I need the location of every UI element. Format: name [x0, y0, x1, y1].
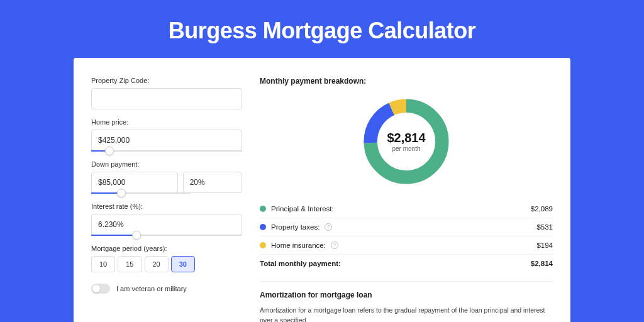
down-payment-pct-input[interactable]	[183, 172, 242, 193]
veteran-label: I am veteran or military	[116, 285, 187, 292]
legend-row-principal: Principal & Interest: $2,089	[260, 200, 553, 218]
period-field: Mortgage period (years): 10 15 20 30	[91, 245, 242, 272]
breakdown-title: Monthly payment breakdown:	[260, 77, 553, 86]
amortization-title: Amortization for mortgage loan	[260, 291, 553, 299]
down-payment-label: Down payment:	[91, 160, 242, 168]
down-payment-input[interactable]	[91, 172, 178, 193]
period-btn-15[interactable]: 15	[118, 256, 142, 272]
legend-label: Home insurance:	[271, 242, 326, 249]
amortization-body: Amortization for a mortgage loan refers …	[260, 306, 553, 322]
home-price-label: Home price:	[91, 118, 242, 126]
legend-row-taxes: Property taxes: ? $531	[260, 218, 553, 236]
total-label: Total monthly payment:	[260, 260, 341, 267]
interest-input[interactable]	[91, 214, 242, 235]
veteran-toggle[interactable]	[91, 284, 110, 294]
zip-label: Property Zip Code:	[91, 77, 242, 84]
down-payment-field: Down payment:	[91, 160, 242, 194]
home-price-slider[interactable]	[91, 150, 242, 152]
veteran-row: I am veteran or military	[91, 284, 242, 294]
donut-chart: $2,814 per month	[359, 94, 453, 189]
interest-label: Interest rate (%):	[91, 203, 242, 210]
page-title: Burgess Mortgage Calculator	[0, 0, 644, 58]
legend-label: Property taxes:	[271, 223, 319, 231]
interest-field: Interest rate (%):	[91, 203, 242, 236]
legend-row-insurance: Home insurance: ? $194	[260, 236, 553, 255]
period-btn-10[interactable]: 10	[91, 256, 115, 272]
swatch-green	[260, 206, 266, 212]
donut-center: $2,814 per month	[359, 94, 453, 189]
donut-sub: per month	[392, 145, 420, 152]
slider-thumb[interactable]	[132, 231, 141, 240]
total-value: $2,814	[531, 260, 553, 267]
breakdown-panel: Monthly payment breakdown: $2,814 per mo…	[260, 77, 553, 322]
period-btn-20[interactable]: 20	[145, 256, 169, 272]
legend-value: $531	[536, 223, 553, 231]
legend-value: $2,089	[531, 205, 553, 213]
swatch-blue	[260, 224, 266, 230]
swatch-yellow	[260, 242, 266, 248]
donut-wrap: $2,814 per month	[260, 94, 553, 189]
home-price-field: Home price:	[91, 118, 242, 152]
calculator-card: Property Zip Code: Home price: Down paym…	[74, 58, 570, 322]
zip-input[interactable]	[91, 88, 242, 109]
inputs-panel: Property Zip Code: Home price: Down paym…	[91, 77, 242, 322]
interest-slider[interactable]	[91, 235, 242, 236]
amortization-section: Amortization for mortgage loan Amortizat…	[260, 281, 553, 322]
slider-thumb[interactable]	[117, 189, 126, 197]
period-group: 10 15 20 30	[91, 256, 242, 272]
slider-thumb[interactable]	[105, 147, 114, 155]
legend-value: $194	[536, 242, 553, 249]
donut-value: $2,814	[387, 131, 425, 145]
period-btn-30[interactable]: 30	[171, 256, 195, 272]
period-label: Mortgage period (years):	[91, 245, 242, 252]
info-icon[interactable]: ?	[331, 242, 338, 249]
legend-label: Principal & Interest:	[271, 205, 334, 213]
home-price-input[interactable]	[91, 130, 242, 151]
info-icon[interactable]: ?	[325, 223, 332, 231]
zip-field: Property Zip Code:	[91, 77, 242, 109]
down-payment-slider[interactable]	[91, 192, 191, 194]
legend-row-total: Total monthly payment: $2,814	[260, 255, 553, 272]
